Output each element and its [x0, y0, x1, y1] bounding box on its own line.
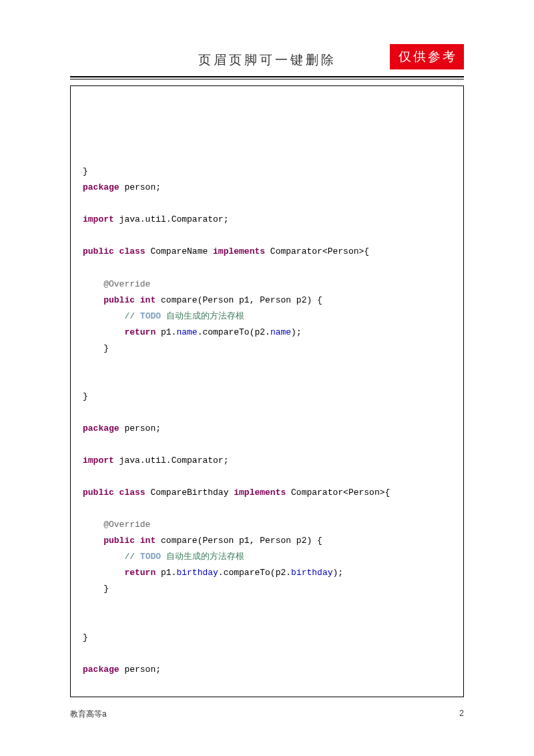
kw-int: int [135, 295, 156, 305]
field-birthday: birthday [291, 568, 332, 578]
ret-end: ); [333, 568, 344, 578]
header-rule-thin [70, 79, 464, 79]
method-sig: compare(Person p1, Person p2) { [156, 536, 322, 546]
kw-package: package [83, 182, 119, 192]
code-block: } package person; import java.util.Compa… [70, 85, 464, 697]
import-name: java.util.Comparator; [114, 697, 229, 697]
pkg-name: person; [119, 423, 161, 433]
ret-end: ); [291, 327, 302, 337]
kw-implements: implements [213, 246, 265, 256]
kw-import: import [83, 214, 114, 224]
ret-mid: .compareTo(p2. [218, 568, 291, 578]
close-inner: } [83, 343, 109, 353]
footer-left: 教育高等a [70, 709, 107, 720]
comment-lead: // [83, 311, 140, 321]
kw-return: return [83, 327, 156, 337]
kw-implements: implements [234, 488, 286, 498]
code-line: } [83, 166, 88, 176]
kw-public: public [83, 246, 114, 256]
class-name: CompareName [146, 246, 213, 256]
kw-import: import [83, 455, 114, 465]
page-footer: 教育高等a 2 [70, 709, 464, 720]
header-row: 页眉页脚可一键删除 仅供参考 [70, 47, 464, 73]
close-brace: } [83, 391, 88, 401]
field-name: name [176, 327, 197, 337]
field-birthday: birthday [176, 568, 218, 578]
kw-int: int [135, 536, 156, 546]
ret-p1: p1. [156, 327, 176, 337]
annotation-override: @Override [83, 520, 150, 530]
ret-p1: p1. [156, 568, 176, 578]
page-number: 2 [459, 709, 464, 720]
field-name: name [270, 327, 291, 337]
kw-public: public [83, 295, 135, 305]
annotation-override: @Override [83, 279, 150, 289]
import-name: java.util.Comparator; [114, 214, 229, 224]
close-inner: } [83, 584, 109, 594]
comment-todo: TODO [140, 552, 161, 562]
kw-import: import [83, 697, 114, 697]
page-header: 页眉页脚可一键删除 仅供参考 [70, 47, 464, 79]
comment-lead: // [83, 552, 140, 562]
method-sig: compare(Person p1, Person p2) { [156, 295, 322, 305]
kw-return: return [83, 568, 156, 578]
kw-class: class [114, 488, 146, 498]
kw-public: public [83, 488, 114, 498]
pkg-name: person; [119, 182, 161, 192]
comment-rest: 自动生成的方法存根 [161, 552, 244, 562]
import-name: java.util.Comparator; [114, 455, 229, 465]
kw-package: package [83, 423, 119, 433]
comment-todo: TODO [140, 311, 161, 321]
kw-class: class [114, 246, 146, 256]
kw-public: public [83, 536, 135, 546]
header-title: 页眉页脚可一键删除 [198, 51, 336, 69]
kw-package: package [83, 665, 119, 675]
class-type: Comparator<Person>{ [286, 488, 390, 498]
ret-mid: .compareTo(p2. [198, 327, 270, 337]
close-brace: } [83, 632, 88, 642]
comment-rest: 自动生成的方法存根 [161, 311, 244, 321]
header-rule-thick [70, 76, 464, 77]
pkg-name: person; [119, 665, 161, 675]
class-type: Comparator<Person>{ [265, 246, 369, 256]
class-name: CompareBirthday [146, 488, 234, 498]
reference-stamp: 仅供参考 [390, 44, 464, 69]
